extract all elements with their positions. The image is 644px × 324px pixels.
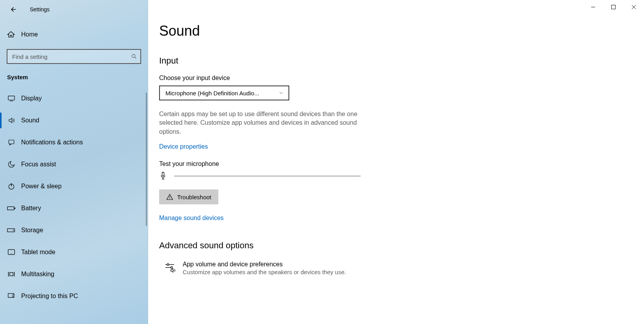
close-button[interactable] — [624, 0, 644, 14]
mixer-icon — [165, 262, 179, 273]
svg-line-1 — [135, 57, 136, 58]
app-volume-subtitle: Customize app volumes and the speakers o… — [183, 269, 346, 275]
svg-rect-21 — [162, 172, 164, 176]
storage-icon — [7, 228, 16, 233]
input-device-value: Microphone (High Definition Audio... — [165, 90, 259, 96]
home-icon — [7, 31, 16, 38]
sidebar-item-label: Focus assist — [21, 161, 56, 168]
sidebar-item-label: Storage — [21, 227, 43, 234]
svg-rect-4 — [9, 140, 14, 144]
projecting-icon — [7, 293, 16, 300]
sidebar-scrollbar[interactable] — [146, 93, 147, 226]
focus-assist-icon — [7, 160, 16, 168]
svg-rect-15 — [10, 273, 13, 276]
sidebar-section-label: System — [7, 74, 148, 80]
sidebar-item-display[interactable]: Display — [0, 87, 148, 109]
sidebar-item-label: Projecting to this PC — [21, 293, 78, 300]
maximize-button[interactable] — [603, 0, 624, 14]
sidebar-item-label: Power & sleep — [21, 183, 62, 190]
notifications-icon — [7, 139, 16, 146]
close-icon — [631, 5, 636, 9]
sidebar-home[interactable]: Home — [0, 25, 148, 44]
svg-point-25 — [169, 198, 170, 199]
sidebar-item-label: Tablet mode — [21, 249, 55, 256]
window-controls — [583, 0, 644, 14]
sidebar-item-multitasking[interactable]: Multitasking — [0, 263, 148, 285]
input-section-title: Input — [159, 56, 644, 66]
svg-point-10 — [13, 230, 14, 231]
maximize-icon — [611, 5, 616, 9]
svg-rect-18 — [611, 5, 615, 9]
choose-input-label: Choose your input device — [159, 75, 644, 82]
sidebar-home-label: Home — [21, 31, 38, 38]
microphone-level-bar — [174, 175, 361, 177]
sidebar-item-notifications[interactable]: Notifications & actions — [0, 131, 148, 153]
svg-point-0 — [132, 55, 135, 58]
svg-rect-7 — [7, 207, 14, 210]
advanced-section-title: Advanced sound options — [159, 240, 644, 251]
search-icon — [131, 53, 137, 60]
svg-rect-8 — [15, 208, 16, 209]
sound-icon — [7, 117, 16, 124]
search-box[interactable] — [7, 49, 141, 64]
sidebar-item-sound[interactable]: Sound — [0, 109, 148, 131]
device-properties-link[interactable]: Device properties — [159, 143, 208, 150]
sidebar-item-tablet-mode[interactable]: Tablet mode — [0, 241, 148, 263]
minimize-icon — [591, 5, 595, 9]
input-help-text: Certain apps may be set up to use differ… — [159, 110, 367, 136]
tablet-icon — [7, 249, 16, 256]
main-content: Sound Input Choose your input device Mic… — [148, 0, 644, 324]
page-title: Sound — [159, 23, 644, 39]
back-arrow-icon — [10, 6, 17, 13]
troubleshoot-button[interactable]: Troubleshoot — [159, 189, 218, 204]
troubleshoot-button-label: Troubleshoot — [177, 194, 211, 200]
svg-point-12 — [11, 253, 12, 254]
sidebar-header: Settings — [0, 0, 148, 19]
app-volume-title: App volume and device preferences — [183, 261, 346, 268]
sidebar-item-label: Notifications & actions — [21, 139, 83, 146]
input-device-dropdown[interactable]: Microphone (High Definition Audio... — [159, 86, 289, 100]
search-container — [7, 49, 141, 64]
warning-icon — [166, 193, 173, 200]
manage-sound-devices-link[interactable]: Manage sound devices — [159, 215, 224, 222]
multitasking-icon — [7, 271, 16, 278]
sidebar-item-battery[interactable]: Battery — [0, 197, 148, 219]
search-input[interactable] — [12, 53, 131, 60]
sidebar-item-label: Multitasking — [21, 271, 54, 278]
svg-point-29 — [171, 267, 172, 269]
sidebar-item-storage[interactable]: Storage — [0, 219, 148, 241]
svg-point-27 — [167, 264, 169, 266]
sidebar-nav-list: Display Sound Notifications & actions Fo… — [0, 87, 148, 307]
window-title: Settings — [30, 6, 50, 13]
power-icon — [7, 182, 16, 190]
microphone-icon — [159, 171, 167, 181]
svg-rect-2 — [8, 96, 15, 100]
sidebar-item-label: Battery — [21, 205, 41, 212]
display-icon — [7, 95, 16, 102]
test-microphone-label: Test your microphone — [159, 160, 644, 167]
sidebar-item-focus-assist[interactable]: Focus assist — [0, 153, 148, 175]
minimize-button[interactable] — [583, 0, 603, 14]
sidebar-item-power-sleep[interactable]: Power & sleep — [0, 175, 148, 197]
sidebar-item-label: Display — [21, 95, 42, 102]
app-volume-preferences-row[interactable]: App volume and device preferences Custom… — [159, 261, 644, 275]
battery-icon — [7, 206, 16, 211]
back-button[interactable] — [7, 3, 20, 16]
sidebar-item-label: Sound — [21, 117, 39, 124]
sidebar: Settings Home System Display Sound — [0, 0, 148, 324]
sidebar-item-projecting[interactable]: Projecting to this PC — [0, 285, 148, 307]
chevron-down-icon — [278, 90, 284, 96]
microphone-level-row — [159, 171, 644, 181]
